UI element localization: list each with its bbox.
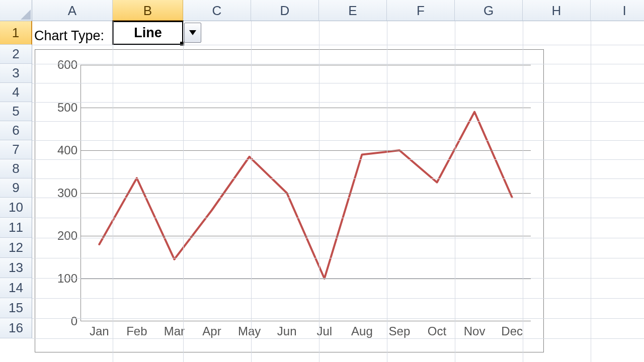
svg-marker-1 [189,30,196,35]
row-header-9[interactable]: 9 [0,178,32,198]
x-tick-label: Sep [389,321,411,338]
chevron-down-icon [189,30,196,35]
row-header-6[interactable]: 6 [0,121,32,140]
column-header-G[interactable]: G [455,0,523,21]
y-tick-label: 200 [57,229,80,243]
row-header-11[interactable]: 11 [0,218,32,238]
data-validation-dropdown-button[interactable] [184,23,201,43]
select-all-corner[interactable] [0,0,32,21]
y-tick-label: 400 [57,143,80,157]
row-header-8[interactable]: 8 [0,159,32,178]
x-tick-label: Jan [90,321,109,338]
plot-area: 0100200300400500600JanFebMarAprMayJunJul… [80,65,531,321]
y-tick-label: 600 [57,58,80,72]
x-tick-label: Mar [164,321,185,338]
y-tick-label: 0 [71,314,80,328]
column-header-E[interactable]: E [319,0,387,21]
row-header-1[interactable]: 1 [0,21,32,45]
row-header-5[interactable]: 5 [0,102,32,121]
row-header-16[interactable]: 16 [0,318,32,338]
spreadsheet: ABCDEFGHI 12345678910111213141516 Chart … [0,0,644,362]
cells-area[interactable]: Chart Type: Line 0100200300400500600JanF… [32,21,644,362]
x-tick-label: Aug [351,321,373,338]
x-tick-label: May [238,321,261,338]
data-series-line[interactable] [99,112,512,279]
x-tick-label: Dec [501,321,523,338]
y-tick-label: 100 [57,272,80,286]
row-header-15[interactable]: 15 [0,298,32,318]
x-tick-label: Feb [126,321,147,338]
column-header-C[interactable]: C [183,0,251,21]
column-header-H[interactable]: H [523,0,591,21]
column-header-I[interactable]: I [591,0,644,21]
column-header-A[interactable]: A [32,0,113,21]
cell-B1-active[interactable]: Line [112,21,184,45]
row-header-3[interactable]: 3 [0,64,32,83]
cell-A1-label: Chart Type: [34,24,104,48]
column-header-F[interactable]: F [387,0,455,21]
cell-B1-value: Line [134,25,162,41]
row-header-4[interactable]: 4 [0,83,32,102]
row-header-13[interactable]: 13 [0,258,32,278]
x-tick-label: Nov [464,321,486,338]
row-header-10[interactable]: 10 [0,198,32,218]
row-header-14[interactable]: 14 [0,278,32,298]
x-tick-label: Jun [277,321,297,338]
svg-marker-0 [21,10,31,20]
column-header-B[interactable]: B [113,0,183,21]
row-header-12[interactable]: 12 [0,238,32,258]
embedded-chart[interactable]: 0100200300400500600JanFebMarAprMayJunJul… [35,49,544,352]
column-header-D[interactable]: D [251,0,319,21]
y-tick-label: 500 [57,101,80,115]
row-header-2[interactable]: 2 [0,45,32,64]
x-tick-label: Apr [202,321,221,338]
row-header-7[interactable]: 7 [0,140,32,159]
x-tick-label: Oct [428,321,446,338]
select-all-triangle-icon [21,10,31,20]
